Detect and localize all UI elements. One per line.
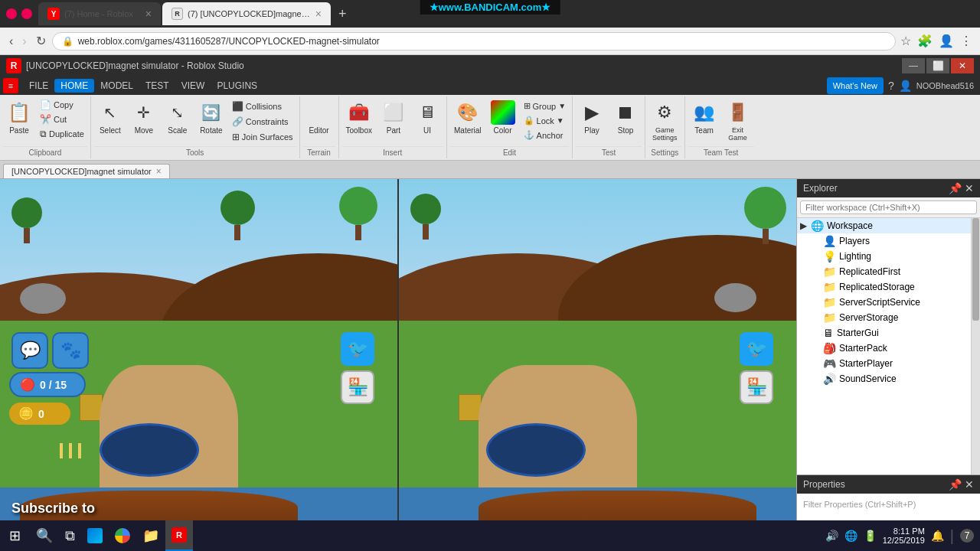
copy-button[interactable]: 📄 Copy bbox=[37, 98, 87, 112]
explorer-pin-button[interactable]: 📌 bbox=[949, 182, 962, 194]
properties-close-button[interactable]: ✕ bbox=[965, 478, 974, 491]
twitter-button-right[interactable]: 🐦 bbox=[740, 332, 773, 366]
studio-menu-bar: ≡ FILE HOME MODEL TEST VIEW PLUGINS What… bbox=[0, 77, 980, 95]
join-surfaces-button[interactable]: ⊞ Join Surfaces bbox=[229, 130, 296, 144]
game-settings-button[interactable]: ⚙ GameSettings bbox=[648, 98, 681, 144]
bookmarks-icon[interactable]: ☆ bbox=[899, 32, 913, 50]
list-item[interactable]: 🎮 StarterPlayer bbox=[797, 356, 971, 371]
workspace-icon: 🌐 bbox=[811, 220, 824, 232]
group-button[interactable]: ⊞ Group ▼ bbox=[521, 99, 569, 112]
lock-button[interactable]: 🔒 Lock ▼ bbox=[521, 114, 569, 127]
studio-app-icon: R bbox=[6, 58, 21, 73]
explorer-scrollbar[interactable] bbox=[971, 218, 980, 474]
list-item[interactable]: 📁 ReplicatedFirst bbox=[797, 264, 971, 279]
list-item[interactable]: 👤 Players bbox=[797, 233, 971, 249]
color-button[interactable]: Color bbox=[487, 98, 519, 137]
forward-button[interactable]: › bbox=[19, 33, 29, 50]
start-button[interactable]: ⊞ bbox=[0, 527, 30, 544]
list-item[interactable]: 🔊 SoundService bbox=[797, 371, 971, 386]
tab-label: [UNCOPYLOCKED]magnet simulator bbox=[11, 167, 152, 176]
duplicate-button[interactable]: ⧉ Duplicate bbox=[37, 127, 87, 141]
constraints-button[interactable]: 🔗 Constraints bbox=[229, 115, 296, 129]
server-script-icon: 📁 bbox=[823, 296, 836, 308]
extensions-icon[interactable]: 🧩 bbox=[916, 32, 934, 50]
editor-button[interactable]: Editor bbox=[303, 98, 335, 137]
starter-gui-icon: 🖥 bbox=[823, 327, 834, 339]
profile-icon[interactable]: 👤 bbox=[937, 32, 956, 50]
scale-button[interactable]: ⤡ Scale bbox=[162, 98, 194, 137]
list-item[interactable]: 💡 Lighting bbox=[797, 249, 971, 264]
close-button[interactable]: ✕ bbox=[951, 58, 974, 73]
properties-pin-button[interactable]: 📌 bbox=[949, 478, 962, 491]
tab-home-close[interactable]: × bbox=[145, 8, 152, 20]
anchor-button[interactable]: ⚓ Anchor bbox=[521, 129, 569, 142]
maximize-button[interactable]: ⬜ bbox=[926, 58, 949, 73]
play-button[interactable]: ▶ Play bbox=[576, 98, 608, 137]
viewport-tab-close[interactable]: × bbox=[156, 166, 162, 177]
tab-roblox-close[interactable]: × bbox=[315, 8, 322, 20]
paste-button[interactable]: 📋 Paste bbox=[3, 98, 35, 137]
refresh-button[interactable]: ↻ bbox=[33, 32, 49, 50]
chat-button[interactable]: 💬 bbox=[11, 332, 48, 369]
move-button[interactable]: ✛ Move bbox=[128, 98, 160, 137]
search-button[interactable]: 🔍 bbox=[30, 527, 59, 544]
twitter-button-left[interactable]: 🐦 bbox=[341, 332, 374, 366]
viewport-area: UI 📷 ⊞ bbox=[0, 179, 796, 551]
explorer-tree: ▶ 🌐 Workspace 👤 Players bbox=[797, 218, 971, 474]
team-button[interactable]: 👥 Team bbox=[688, 98, 720, 137]
shop-button-left[interactable]: 🏪 bbox=[341, 370, 374, 404]
roblox-taskbar[interactable]: R bbox=[165, 520, 193, 551]
edge-taskbar[interactable] bbox=[81, 528, 109, 543]
address-bar[interactable]: 🔒 web.roblox.com/games/4311605287/UNCOPY… bbox=[52, 32, 896, 51]
list-item[interactable]: 📁 ServerScriptService bbox=[797, 295, 971, 310]
notification-button[interactable]: 🔔 bbox=[931, 530, 944, 542]
explorer-close-button[interactable]: ✕ bbox=[965, 182, 974, 194]
menu-file[interactable]: FILE bbox=[23, 79, 54, 93]
lighting-icon: 💡 bbox=[823, 250, 836, 262]
studio-window: R [UNCOPYLOCKED]magnet simulator - Roblo… bbox=[0, 55, 980, 551]
list-item[interactable]: 📁 ServerStorage bbox=[797, 310, 971, 325]
tab-roblox[interactable]: R (7) [UNCOPYLOCKED]magnet si... × bbox=[162, 2, 331, 25]
explorer-search-input[interactable] bbox=[800, 201, 977, 214]
studio-title: [UNCOPYLOCKED]magnet simulator - Roblox … bbox=[26, 60, 902, 71]
toolbox-button[interactable]: 🧰 Toolbox bbox=[342, 98, 376, 137]
menu-plugins[interactable]: PLUGINS bbox=[211, 79, 263, 93]
menu-home[interactable]: HOME bbox=[54, 79, 94, 93]
part-button[interactable]: ⬜ Part bbox=[377, 98, 410, 137]
replicated-storage-label: ReplicatedStorage bbox=[839, 282, 915, 292]
menu-test[interactable]: TEST bbox=[139, 79, 175, 93]
server-storage-label: ServerStorage bbox=[839, 312, 898, 323]
help-icon: ? bbox=[888, 80, 894, 92]
back-button[interactable]: ‹ bbox=[6, 33, 16, 50]
list-item[interactable]: 🖥 StarterGui bbox=[797, 325, 971, 341]
task-view-button[interactable]: ⧉ bbox=[59, 528, 81, 544]
list-item[interactable]: 📁 ReplicatedStorage bbox=[797, 279, 971, 295]
ui-button[interactable]: 🖥 UI bbox=[411, 98, 443, 137]
new-tab-button[interactable]: + bbox=[332, 6, 353, 22]
list-item[interactable]: ▶ 🌐 Workspace bbox=[797, 218, 971, 233]
material-button[interactable]: 🎨 Material bbox=[450, 98, 485, 137]
menu-icon[interactable]: ⋮ bbox=[959, 32, 974, 50]
replicated-first-label: ReplicatedFirst bbox=[839, 266, 900, 277]
rotate-button[interactable]: 🔄 Rotate bbox=[195, 98, 227, 137]
list-item[interactable]: 🎒 StarterPack bbox=[797, 341, 971, 356]
chrome-taskbar[interactable] bbox=[109, 528, 136, 543]
show-desktop-divider: | bbox=[950, 527, 954, 545]
tab-home[interactable]: Y (7) Home - Roblox × bbox=[38, 2, 161, 25]
starter-gui-label: StarterGui bbox=[837, 328, 879, 338]
exit-game-button[interactable]: 🚪 ExitGame bbox=[722, 98, 754, 144]
cut-button[interactable]: ✂️ Cut bbox=[37, 112, 87, 126]
collisions-button[interactable]: ⬛ Collisions bbox=[229, 99, 296, 113]
minimize-button[interactable]: — bbox=[902, 58, 925, 73]
lighting-label: Lighting bbox=[839, 251, 871, 262]
shop-button-right[interactable]: 🏪 bbox=[740, 370, 773, 404]
stop-button[interactable]: ⏹ Stop bbox=[609, 98, 642, 137]
whats-new-button[interactable]: What's New bbox=[827, 77, 884, 94]
menu-view[interactable]: VIEW bbox=[175, 79, 211, 93]
viewport-tab[interactable]: [UNCOPYLOCKED]magnet simulator × bbox=[3, 164, 170, 178]
starter-pack-icon: 🎒 bbox=[823, 342, 836, 354]
pets-button[interactable]: 🐾 bbox=[52, 332, 89, 369]
menu-model[interactable]: MODEL bbox=[94, 79, 139, 93]
select-button[interactable]: ↖ Select bbox=[94, 98, 126, 137]
file-explorer-taskbar[interactable]: 📁 bbox=[136, 527, 165, 544]
